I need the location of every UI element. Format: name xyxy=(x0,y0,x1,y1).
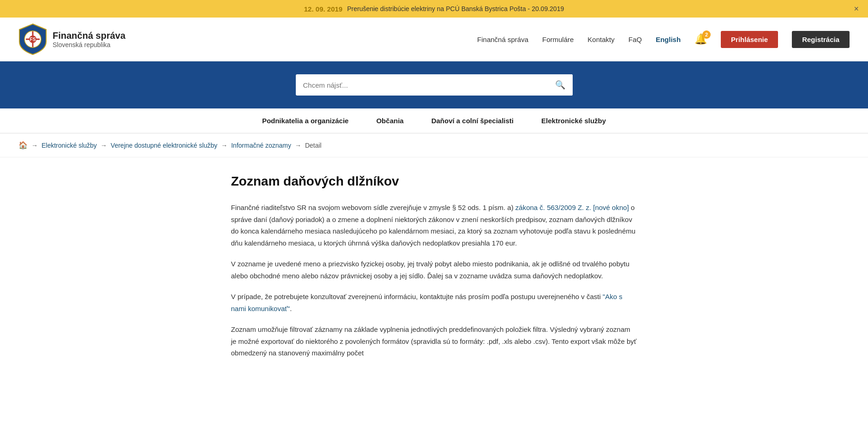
nav-formulare[interactable]: Formuláre xyxy=(542,36,574,43)
nav-financna-sprava[interactable]: Finančná správa xyxy=(477,36,528,43)
main-nav-podnikatelia[interactable]: Podnikatelia a organizácie xyxy=(262,117,349,125)
main-content: Zoznam daňových dlžníkov Finančné riadit… xyxy=(213,157,656,396)
notification-bar: 12. 09. 2019 Prerušenie distribúcie elek… xyxy=(0,0,868,18)
bell-area[interactable]: 🔔 2 xyxy=(694,33,707,45)
paragraph-2: V zozname je uvedené meno a priezvisko f… xyxy=(231,258,637,282)
search-box: 🔍 xyxy=(296,74,573,96)
main-nav-danovi[interactable]: Daňoví a colní špecialisti xyxy=(431,117,514,125)
main-nav-elektronicke[interactable]: Elektronické služby xyxy=(541,117,606,125)
nav-area: Finančná správa Formuláre Kontakty FaQ E… xyxy=(477,31,850,48)
header: FS Finančná správa Slovenská republika F… xyxy=(0,18,868,61)
nav-faq[interactable]: FaQ xyxy=(629,36,642,43)
logo-title: Finančná správa xyxy=(53,30,126,41)
breadcrumb-detail: Detail xyxy=(305,142,322,149)
paragraph-1: Finančné riaditeľstvo SR na svojom webov… xyxy=(231,202,637,249)
home-icon[interactable]: 🏠 xyxy=(18,141,28,150)
breadcrumb-verejne-dostupne[interactable]: Verejne dostupné elektronické služby xyxy=(111,142,217,149)
sep-1: → xyxy=(31,142,38,149)
nav-kontakty[interactable]: Kontakty xyxy=(587,36,614,43)
nav-english[interactable]: English xyxy=(656,36,681,43)
sep-4: → xyxy=(295,142,301,149)
bell-badge: 2 xyxy=(702,30,711,39)
breadcrumb-informacne-zoznamy[interactable]: Informačné zoznamy xyxy=(231,142,291,149)
registracia-button[interactable]: Registrácia xyxy=(792,31,850,48)
page-title: Zoznam daňových dlžníkov xyxy=(231,174,637,189)
main-nav-obcania[interactable]: Občania xyxy=(376,117,403,125)
notification-close-button[interactable]: × xyxy=(854,4,859,14)
paragraph-4: Zoznam umožňuje filtrovať záznamy na zák… xyxy=(231,324,637,359)
logo-icon: FS xyxy=(18,23,47,55)
notification-date: 12. 09. 2019 xyxy=(304,5,342,13)
search-button[interactable]: 🔍 xyxy=(548,74,573,96)
sep-2: → xyxy=(101,142,107,149)
main-nav: Podnikatelia a organizácie Občania Daňov… xyxy=(0,108,868,133)
search-input[interactable] xyxy=(296,76,548,95)
svg-text:FS: FS xyxy=(30,37,36,42)
logo-area: FS Finančná správa Slovenská republika xyxy=(18,23,126,55)
notification-text: Prerušenie distribúcie elektriny na PCÚ … xyxy=(347,5,564,12)
zakon-link[interactable]: zákona č. 563/2009 Z. z. [nové okno] xyxy=(515,204,629,211)
breadcrumb: 🏠 → Elektronické služby → Verejne dostup… xyxy=(0,133,868,157)
prihlasenie-button[interactable]: Prihlásenie xyxy=(721,31,778,48)
logo-subtitle: Slovenská republika xyxy=(53,41,126,48)
breadcrumb-elektronicke-sluzby[interactable]: Elektronické služby xyxy=(42,142,97,149)
sep-3: → xyxy=(221,142,227,149)
paragraph-3: V prípade, že potrebujete konzultovať zv… xyxy=(231,291,637,314)
logo-text: Finančná správa Slovenská republika xyxy=(53,30,126,48)
search-section: 🔍 xyxy=(0,61,868,108)
